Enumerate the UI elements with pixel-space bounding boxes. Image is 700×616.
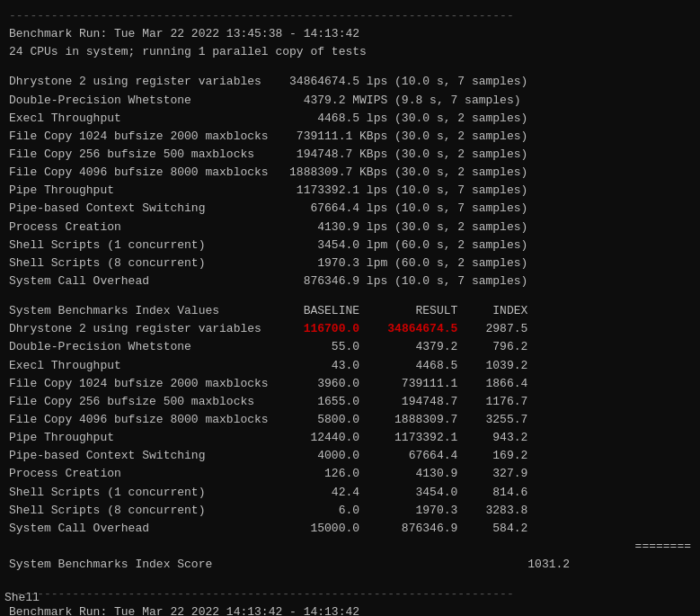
- index-table-row: Execl Throughput 43.0 4468.5 1039.2: [9, 357, 691, 375]
- run2-header1: Benchmark Run: Tue Mar 22 2022 14:13:42 …: [9, 603, 691, 616]
- index-table-row: Pipe-based Context Switching 4000.0 6766…: [9, 447, 691, 465]
- index-table-row: Process Creation 126.0 4130.9 327.9: [9, 465, 691, 483]
- benchmark-row: Process Creation 4130.9 lps (30.0 s, 2 s…: [9, 219, 691, 237]
- benchmark-row: File Copy 256 bufsize 500 maxblocks 1947…: [9, 146, 691, 164]
- shell-label: Shell: [4, 589, 40, 607]
- index-score-line: System Benchmarks Index Score 1031.2: [9, 556, 691, 574]
- benchmark-row: Dhrystone 2 using register variables 348…: [9, 73, 691, 91]
- terminal-output: ----------------------------------------…: [9, 7, 691, 616]
- separator-top: ----------------------------------------…: [9, 7, 691, 25]
- run1-header1: Benchmark Run: Tue Mar 22 2022 13:45:38 …: [9, 25, 691, 43]
- index-table-row: Shell Scripts (1 concurrent) 42.4 3454.0…: [9, 484, 691, 502]
- benchmarks-list: Dhrystone 2 using register variables 348…: [9, 73, 691, 290]
- benchmark-row: File Copy 4096 bufsize 8000 maxblocks 18…: [9, 164, 691, 182]
- index-table: System Benchmarks Index Values BASELINE …: [9, 302, 691, 538]
- separator-bottom: ----------------------------------------…: [9, 585, 691, 603]
- benchmark-row: Pipe Throughput 1173392.1 lps (10.0 s, 7…: [9, 182, 691, 200]
- benchmark-row: Double-Precision Whetstone 4379.2 MWIPS …: [9, 92, 691, 110]
- index-table-row: Pipe Throughput 12440.0 1173392.1 943.2: [9, 429, 691, 447]
- benchmark-row: Pipe-based Context Switching 67664.4 lps…: [9, 200, 691, 218]
- run1-header2: 24 CPUs in system; running 1 parallel co…: [9, 43, 691, 61]
- index-table-row: File Copy 256 bufsize 500 maxblocks 1655…: [9, 393, 691, 411]
- index-table-header: System Benchmarks Index Values BASELINE …: [9, 302, 691, 320]
- index-table-row: Shell Scripts (8 concurrent) 6.0 1970.3 …: [9, 502, 691, 520]
- index-table-row: File Copy 1024 bufsize 2000 maxblocks 39…: [9, 375, 691, 393]
- index-table-row: Double-Precision Whetstone 55.0 4379.2 7…: [9, 338, 691, 356]
- benchmark-row: File Copy 1024 bufsize 2000 maxblocks 73…: [9, 128, 691, 146]
- benchmark-row: System Call Overhead 876346.9 lps (10.0 …: [9, 272, 691, 290]
- benchmark-row: Execl Throughput 4468.5 lps (30.0 s, 2 s…: [9, 110, 691, 128]
- benchmark-row: Shell Scripts (8 concurrent) 1970.3 lpm …: [9, 254, 691, 272]
- equals-line: ========: [9, 538, 691, 556]
- index-table-row: Dhrystone 2 using register variables 116…: [9, 320, 691, 338]
- index-table-row: System Call Overhead 15000.0 876346.9 58…: [9, 520, 691, 538]
- benchmark-row: Shell Scripts (1 concurrent) 3454.0 lpm …: [9, 237, 691, 254]
- index-table-row: File Copy 4096 bufsize 8000 maxblocks 58…: [9, 411, 691, 429]
